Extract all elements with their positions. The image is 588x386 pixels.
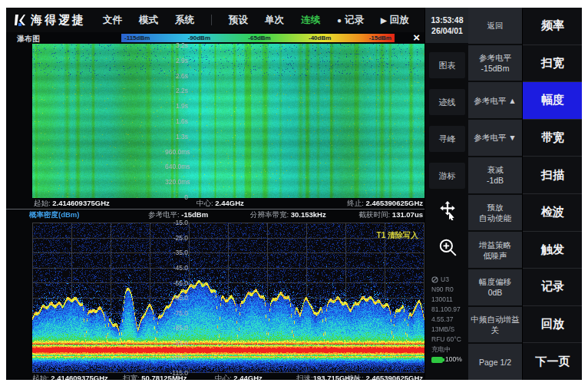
menu-single[interactable]: 单次 [265,14,284,27]
menu-detector[interactable]: 检波 [523,194,582,232]
tool-marker-button[interactable]: 游标 [429,163,465,189]
amplitude-tick-label: -85.0 [165,324,188,332]
menu-amplitude[interactable]: 幅度 [523,82,582,120]
spectrum-header: 概率密度(dBm) 参考电平: -15dBm 分辨率带宽: 30.153kHz … [6,210,424,221]
softkey-ref-level-up[interactable]: 参考电平 ▲ [468,82,522,118]
softkey-column: 返回 参考电平-15dBm 参考电平 ▲ 参考电平 ▼ 衰减-1dB 预放自动使… [468,8,522,380]
menu-system[interactable]: 系统 [175,14,194,27]
status-line: 4.55.37 [425,315,469,325]
clock-date: 26/04/01 [431,25,463,36]
tool-column: 13:53:48 26/04/01 图表 迹线 寻峰 游标 U3 N90 R0 … [424,8,469,380]
screenshot-page: 海得逻捷 文件 模式 系统 预设 单次 连续 ●记录 ▶回放 瀑布图 -115d… [0,0,588,386]
menu-record[interactable]: ●记录 [337,14,364,27]
spectrum-start-freq: 起始: 2.414609375GHz [32,374,108,380]
zoom-tool-button[interactable] [429,233,465,261]
spectrum-footer: 起始: 2.414609375GHz 扫宽: 50.78125MHz 中心: 2… [6,374,424,380]
status-block: U3 N90 R0 130011 81.100.97 4.55.37 13MB/… [425,275,469,365]
menu-divider [211,15,212,25]
menu-file[interactable]: 文件 [103,14,122,27]
menu-continuous[interactable]: 连续 [301,14,320,27]
disconnected-icon [431,276,438,283]
trace-mode-label: T1 清除写入 [32,230,418,241]
colorbar-tick: -65dBm [248,35,270,41]
menu-record[interactable]: 记录 [523,269,582,306]
menu-playback[interactable]: 回放 [523,306,582,344]
menu-bandwidth[interactable]: 带宽 [523,120,582,157]
pan-move-icon [438,200,458,220]
softkey-gain-strategy[interactable]: 增益策略低噪声 [468,232,522,268]
softkey-ref-level[interactable]: 参考电平-15dBm [468,45,522,81]
time-tick-label: 2.9s [165,57,188,64]
spectrum-canvas[interactable] [32,223,424,373]
waterfall-stop-freq: 终止: 2.465390625GHz [347,199,423,209]
menu-next-page[interactable]: 下一页 [523,343,582,380]
spectrum-span: 扫宽: 50.78125MHz [123,374,187,380]
amplitude-tick-label: -105.0 [165,354,188,361]
top-menu-bar: 海得逻捷 文件 模式 系统 预设 单次 连续 ●记录 ▶回放 [6,8,424,32]
waterfall-canvas[interactable] [32,44,424,198]
amplitude-tick-label: -25.0 [165,234,188,242]
charging-label: 充电中 [425,345,469,355]
clock: 13:53:48 26/04/01 [425,8,469,43]
tool-peak-search-button[interactable]: 寻峰 [429,126,465,152]
amplitude-tick-label: -65.0 [165,294,188,302]
softkey-if-auto-gain[interactable]: 中频自动增益关 [468,307,522,343]
tool-chart-button[interactable]: 图表 [429,52,465,78]
status-line: 13MB/S [425,325,469,335]
zoom-in-icon [438,237,458,257]
amplitude-tick-label: -45.0 [165,264,188,272]
play-icon: ▶ [381,16,387,25]
menu-frequency[interactable]: 频率 [523,8,582,45]
softkey-preamp[interactable]: 预放自动使能 [468,195,522,231]
pan-touch-button[interactable] [429,196,465,224]
waterfall-center-freq: 中心: 2.44GHz [197,199,244,209]
menu-sweep[interactable]: 扫描 [523,157,582,194]
battery-row: 100% [425,355,469,365]
menu-trigger[interactable]: 触发 [523,232,582,269]
brand: 海得逻捷 [14,13,86,28]
status-line: RFU 60°C [425,335,469,345]
colorbar-tick: -15dBm [369,35,391,41]
amplitude-tick-label: -75.0 [165,309,188,317]
status-line: 130011 [425,295,469,305]
capture-time-readout: 截获时间: 131.07us [359,210,423,220]
colorbar-tick: -115dBm [124,35,150,41]
softkey-attenuation[interactable]: 衰减-1dB [468,157,522,193]
spectrum-stop-freq: 终止: 2.465390625GHz [347,374,423,380]
menu-span[interactable]: 扫宽 [523,45,582,83]
menu-mode[interactable]: 模式 [139,14,158,27]
time-tick-label: 2.2s [165,87,188,94]
main-menu-column: 频率 扫宽 幅度 带宽 扫描 检波 触发 记录 回放 下一页 [522,8,582,380]
time-tick-label: 1.3s [165,133,188,140]
softkey-back[interactable]: 返回 [468,8,522,44]
amplitude-colorbar: -115dBm -90dBm -65dBm -40dBm -15dBm [121,34,395,42]
battery-percent: 100% [445,355,462,365]
status-line: 81.100.97 [425,305,469,315]
waterfall-footer: 起始: 2.414609375GHz 中心: 2.44GHz 终止: 2.465… [6,199,424,209]
tool-trace-button[interactable]: 迹线 [429,89,465,115]
waterfall-header: 瀑布图 -115dBm -90dBm -65dBm -40dBm -15dBm … [6,32,424,44]
amplitude-tick-label: -15.0 [165,219,188,226]
menu-preset[interactable]: 预设 [229,14,248,27]
analyzer-screen: 海得逻捷 文件 模式 系统 预设 单次 连续 ●记录 ▶回放 瀑布图 -115d… [6,8,582,380]
rbw-readout: 分辨率带宽: 30.153kHz [250,210,326,220]
close-icon[interactable]: × [413,31,420,43]
time-tick-label: 1.6s [165,117,188,125]
brand-name: 海得逻捷 [31,13,86,28]
amplitude-tick-label: -55.0 [165,279,188,287]
waterfall-start-freq: 起始: 2.414609375GHz [34,199,110,209]
menu-playback[interactable]: ▶回放 [381,14,409,27]
brand-logo [14,14,26,26]
softkey-ref-level-down[interactable]: 参考电平 ▼ [468,120,522,156]
status-line: N90 R0 [425,285,469,295]
battery-icon [431,357,443,363]
status-device: U3 [425,275,469,285]
section-divider [6,209,424,209]
amplitude-tick-label: -95.0 [165,339,188,347]
softkey-amplitude-offset[interactable]: 幅度偏移0dB [468,269,522,305]
record-dot-icon: ● [337,16,342,25]
time-tick-label: 640.0ms [165,163,188,170]
softkey-page-indicator[interactable]: Page 1/2 [468,344,522,380]
clock-time: 13:53:48 [431,15,463,25]
time-tick-label: 1.9s [165,102,188,110]
